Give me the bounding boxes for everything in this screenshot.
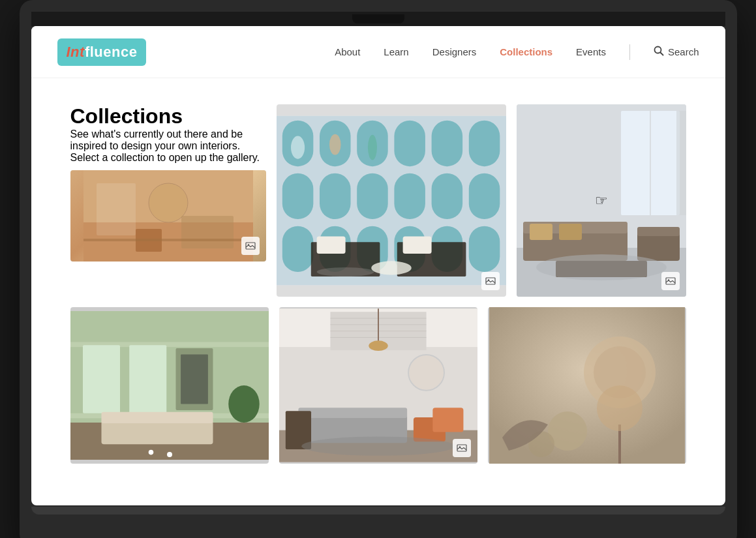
logo-rest-text: fluence bbox=[85, 44, 138, 60]
svg-rect-85 bbox=[432, 408, 463, 432]
collection-image-1[interactable] bbox=[70, 170, 266, 262]
svg-point-32 bbox=[329, 134, 340, 155]
nav-item-designers[interactable]: Designers bbox=[432, 46, 477, 58]
svg-point-31 bbox=[291, 136, 305, 159]
svg-rect-83 bbox=[298, 408, 407, 418]
collections-row2 bbox=[70, 307, 686, 464]
svg-rect-38 bbox=[316, 237, 345, 254]
nav-item-learn[interactable]: Learn bbox=[384, 46, 408, 58]
nav-link-events[interactable]: Events bbox=[576, 46, 606, 57]
svg-rect-16 bbox=[394, 121, 425, 166]
logo[interactable]: Intfluence bbox=[57, 38, 147, 66]
nav-link-collections[interactable]: Collections bbox=[500, 46, 552, 57]
svg-rect-6 bbox=[181, 216, 234, 248]
collection-image-3[interactable]: ☞ bbox=[517, 104, 686, 297]
svg-rect-17 bbox=[431, 121, 462, 166]
collections-intro: Collections See what's currently out the… bbox=[70, 104, 266, 297]
search-label: Search bbox=[668, 46, 699, 57]
nav-divider bbox=[629, 44, 630, 60]
collection-image-2[interactable] bbox=[277, 104, 506, 297]
search-icon bbox=[654, 46, 664, 58]
nav-item-events[interactable]: Events bbox=[576, 46, 606, 58]
svg-line-1 bbox=[660, 53, 663, 55]
svg-point-87 bbox=[301, 436, 455, 455]
laptop-screen: Intfluence About Learn Designers Collect… bbox=[31, 26, 725, 505]
svg-rect-50 bbox=[559, 224, 582, 240]
search-button[interactable]: Search bbox=[654, 46, 699, 58]
svg-rect-22 bbox=[394, 173, 425, 219]
room-image-2-bg bbox=[277, 104, 506, 297]
svg-rect-20 bbox=[320, 173, 351, 219]
svg-rect-24 bbox=[468, 173, 500, 219]
carousel-dot bbox=[167, 452, 172, 457]
camera-notch bbox=[352, 14, 404, 23]
nav-link-about[interactable]: About bbox=[335, 46, 360, 57]
navbar: Intfluence About Learn Designers Collect… bbox=[31, 26, 725, 78]
svg-point-80 bbox=[369, 340, 387, 351]
svg-point-69 bbox=[148, 450, 153, 455]
nav-item-about[interactable]: About bbox=[335, 46, 360, 58]
svg-rect-53 bbox=[637, 227, 680, 236]
main-content: Collections See what's currently out the… bbox=[31, 78, 725, 505]
nav-search-item[interactable]: Search bbox=[654, 46, 699, 58]
nav-links: About Learn Designers Collections Events bbox=[335, 44, 699, 60]
svg-rect-21 bbox=[357, 173, 388, 219]
room-image-3-bg bbox=[517, 104, 686, 297]
svg-rect-64 bbox=[181, 355, 208, 404]
svg-rect-30 bbox=[468, 226, 500, 272]
svg-rect-49 bbox=[530, 224, 552, 240]
nav-link-designers[interactable]: Designers bbox=[432, 46, 477, 57]
svg-point-54 bbox=[536, 254, 667, 280]
image-badge-1 bbox=[241, 237, 260, 255]
svg-rect-39 bbox=[402, 237, 431, 254]
svg-rect-18 bbox=[468, 121, 500, 166]
svg-rect-19 bbox=[282, 173, 313, 219]
svg-rect-62 bbox=[129, 345, 166, 413]
page-title: Collections bbox=[70, 104, 266, 128]
svg-point-37 bbox=[371, 261, 412, 275]
svg-point-95 bbox=[597, 385, 643, 431]
collections-row1: Collections See what's currently out the… bbox=[70, 104, 686, 297]
svg-rect-25 bbox=[282, 226, 313, 272]
svg-rect-68 bbox=[101, 412, 213, 423]
svg-point-33 bbox=[367, 135, 376, 160]
nav-item-collections[interactable]: Collections bbox=[500, 46, 552, 58]
image-badge-3 bbox=[661, 272, 680, 290]
collection-image-6[interactable] bbox=[488, 307, 686, 464]
svg-rect-67 bbox=[101, 419, 213, 444]
svg-point-78 bbox=[408, 355, 444, 391]
website-content: Intfluence About Learn Designers Collect… bbox=[31, 26, 725, 505]
room-image-1-bg bbox=[70, 170, 266, 262]
laptop-base bbox=[31, 507, 725, 515]
logo-text: Intfluence bbox=[67, 44, 138, 60]
screen-bezel-top bbox=[31, 12, 725, 26]
image-badge-2 bbox=[481, 272, 500, 290]
laptop-frame: Intfluence About Learn Designers Collect… bbox=[20, 0, 737, 538]
collection-image-5[interactable] bbox=[279, 307, 477, 464]
nav-link-learn[interactable]: Learn bbox=[384, 46, 408, 57]
svg-rect-8 bbox=[83, 239, 253, 241]
svg-point-65 bbox=[228, 385, 260, 423]
svg-rect-61 bbox=[83, 345, 120, 413]
svg-rect-23 bbox=[431, 173, 462, 219]
svg-point-36 bbox=[316, 267, 374, 276]
logo-int-text: Int bbox=[67, 44, 85, 60]
svg-rect-4 bbox=[97, 183, 136, 235]
row3-hint bbox=[70, 474, 686, 479]
svg-rect-45 bbox=[676, 111, 686, 215]
image-badge-5 bbox=[453, 439, 471, 457]
collection-image-4[interactable] bbox=[70, 307, 269, 464]
page-subtitle: See what's currently out there and be in… bbox=[70, 128, 266, 164]
